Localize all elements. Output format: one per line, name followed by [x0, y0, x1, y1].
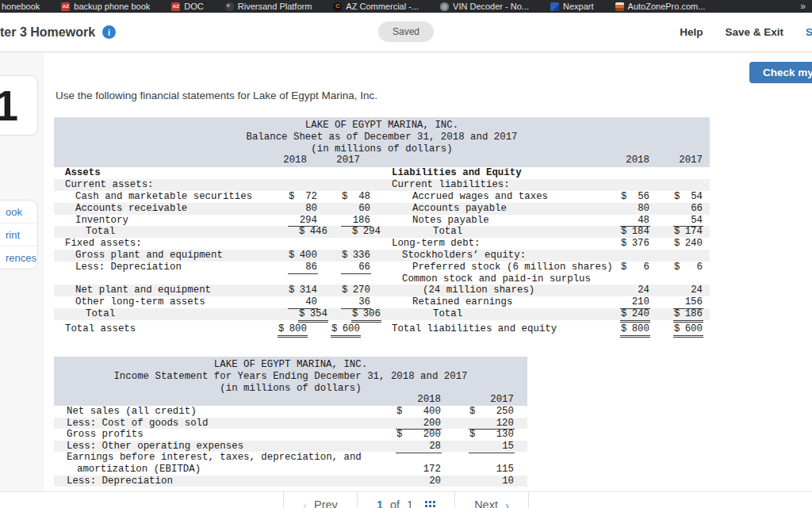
bs-right-label: Total: [412, 308, 620, 320]
question-number: 1: [0, 81, 18, 130]
value: 314: [300, 285, 317, 296]
is-label: Less: Depreciation: [67, 476, 396, 487]
value: 66: [691, 203, 703, 215]
bs-left-2018: $400: [288, 250, 318, 262]
bs-right-label: Retained earnings: [402, 296, 620, 308]
balance-sheet-row: AssetsLiabilities and Equity: [54, 167, 710, 179]
az-favicon-icon: AZ: [171, 2, 180, 11]
bs-right-2018: 24: [620, 285, 650, 296]
bookmark-item[interactable]: AZDOC: [171, 2, 203, 11]
sidebar-item-print[interactable]: rint: [0, 223, 37, 246]
income-statement-row: amortization (EBITDA)172115: [54, 464, 527, 476]
balance-sheet-title: LAKE OF EGYPT MARINA, INC.: [54, 120, 710, 132]
bookmark-item[interactable]: VIN Decoder - No...: [440, 2, 529, 11]
bookmark-label: Riversand Platform: [238, 2, 312, 11]
is-2017: $250: [469, 406, 515, 418]
bs-right-label: Total liabilities and equity: [392, 323, 620, 335]
bookmark-label: Nexpart: [563, 2, 594, 11]
value: 66: [358, 262, 370, 273]
check-my-work-button[interactable]: Check my w: [749, 62, 812, 83]
sidebar-item-references[interactable]: rences: [0, 246, 37, 269]
dollar-sign: $: [331, 323, 337, 335]
value: 446: [310, 226, 327, 238]
bs-left-label: Accounts receivable: [65, 203, 288, 215]
dollar-sign: $: [674, 323, 680, 335]
value: 250: [496, 406, 514, 418]
bookmark-item[interactable]: AZbackup phone book: [61, 2, 150, 11]
dollar-sign: $: [674, 238, 680, 250]
value: 10: [502, 476, 514, 487]
dollar-sign: $: [352, 226, 358, 238]
bs-left-label: Total: [65, 226, 298, 238]
bs-right-label: Common stock and paid-in surplus: [392, 273, 620, 285]
income-statement-row: Earnings before interest, taxes, depreci…: [54, 452, 527, 464]
value: 186: [353, 215, 370, 227]
page-indicator[interactable]: 1 of 1: [357, 492, 454, 508]
bs-left-2017: 66: [341, 262, 371, 274]
save-and-exit-button[interactable]: Save & Exit: [725, 26, 783, 38]
bs-right-2017: $600: [673, 323, 703, 338]
prev-button[interactable]: ‹ Prev: [283, 492, 357, 508]
is-2017: 115: [469, 464, 515, 476]
bookmark-item[interactable]: Nexpart: [550, 2, 594, 11]
bookmarks-bar: honebookAZbackup phone bookAZDOCRiversan…: [0, 0, 812, 13]
bs-left-label: Total: [65, 308, 298, 320]
info-icon[interactable]: i: [102, 25, 116, 39]
help-button[interactable]: Help: [680, 26, 703, 38]
bs-left-2018: $314: [288, 285, 318, 296]
app-window: honebookAZbackup phone bookAZDOCRiversan…: [0, 0, 812, 508]
is-label: amortization (EBITDA): [67, 464, 396, 476]
saved-status-badge: Saved: [378, 21, 434, 42]
pagination-control: ‹ Prev 1 of 1 Next ›: [283, 492, 529, 508]
bs-right-2017: 156: [673, 296, 703, 309]
dollar-sign: $: [674, 262, 680, 273]
income-statement-row: Less: Depreciation2010: [54, 476, 527, 487]
year-2017-header: 2017: [673, 155, 703, 166]
question-prompt: Use the following financial statements f…: [56, 90, 377, 101]
income-statement-units: (in millions of dollars): [54, 383, 527, 395]
income-statement-row: Net sales (all credit)$400$250: [54, 406, 527, 418]
bookmark-item[interactable]: Riversand Platform: [225, 2, 312, 11]
bs-right-2017: $186: [673, 308, 703, 323]
balance-sheet-row: Inventory294186Notes payable4854: [54, 215, 710, 227]
value: 6: [644, 262, 649, 273]
bookmark-item[interactable]: CAZ Commercial -...: [333, 2, 419, 11]
value: 2017: [336, 155, 360, 166]
value: 80: [638, 203, 649, 215]
balance-sheet-row: Fixed assets:Long-term debt:$376$240: [54, 238, 710, 250]
submit-button[interactable]: S: [806, 26, 812, 38]
sidebar-item-ebook[interactable]: ook: [0, 201, 37, 223]
bs-right-label: Notes payable: [402, 215, 620, 227]
bs-right-2018: $6: [620, 262, 650, 273]
dollar-sign: $: [342, 285, 347, 296]
is-label: Gross profits: [67, 429, 396, 441]
balance-sheet-row: Total assets$800$600Total liabilities an…: [54, 323, 710, 335]
value: 306: [363, 308, 381, 320]
dollar-sign: $: [352, 308, 358, 320]
value: 294: [300, 215, 317, 227]
next-button[interactable]: Next ›: [454, 492, 529, 508]
value: 56: [638, 191, 649, 203]
value: 54: [691, 215, 703, 227]
bookmark-item[interactable]: AutoZonePro.com...: [615, 2, 706, 11]
bookmark-item[interactable]: honebook: [2, 2, 40, 11]
value: 354: [310, 308, 327, 320]
bookmarks-overflow-chevron-icon[interactable]: »: [800, 1, 812, 12]
is-2018: $200: [396, 429, 442, 441]
income-statement-title: LAKE OF EGYPT MARINA, INC.: [54, 359, 527, 371]
bs-right-label: Total: [412, 226, 620, 238]
bs-right-label: Accounts payable: [402, 203, 620, 215]
bs-left-2018: $354: [298, 308, 328, 323]
bs-left-2017: 60: [341, 203, 371, 215]
dollar-sign: $: [289, 285, 294, 296]
bs-right-2017: 54: [673, 215, 703, 227]
is-2017: 120: [469, 418, 515, 430]
balance-sheet-row: Current assets:Current liabilities:: [54, 179, 710, 191]
balance-sheet-row: Gross plant and equipment$400$336Stockho…: [54, 250, 710, 262]
value: 336: [353, 250, 370, 262]
balance-sheet-row: Less: Depreciation8666Preferred stock (6…: [54, 262, 710, 273]
next-label: Next: [474, 498, 498, 508]
value: 2018: [283, 155, 307, 166]
bs-left-2017: $48: [341, 191, 371, 203]
dollar-sign: $: [621, 226, 626, 238]
